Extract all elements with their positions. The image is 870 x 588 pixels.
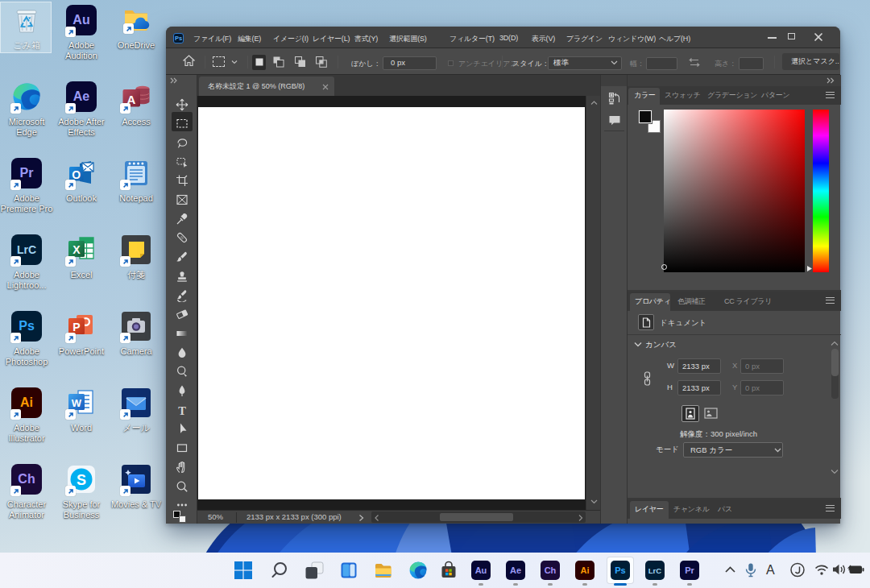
- svg-text:T: T: [178, 404, 186, 416]
- svg-text:P: P: [72, 321, 80, 333]
- svg-text:X: X: [72, 243, 81, 256]
- svg-text:S: S: [77, 472, 86, 488]
- svg-text:W: W: [72, 397, 82, 409]
